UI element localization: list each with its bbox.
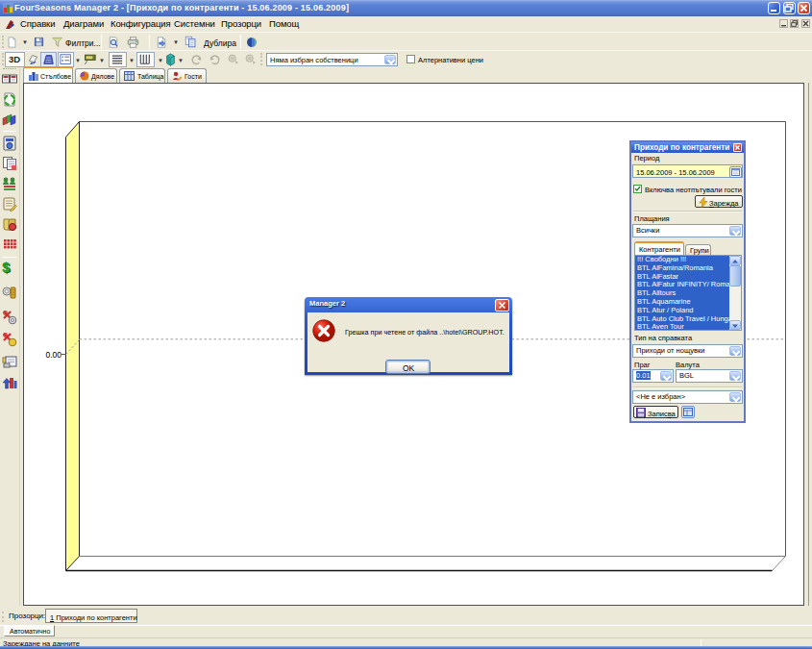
svg-text:0.00: 0.00 [45,350,62,360]
